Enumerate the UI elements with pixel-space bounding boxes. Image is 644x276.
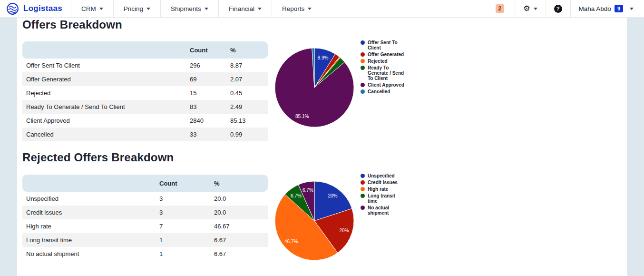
legend-swatch [361, 40, 365, 45]
table-header-count: Count [159, 180, 214, 187]
nav-item-label: Financial [229, 5, 254, 12]
page-gutter-left [0, 18, 17, 276]
table-header-row: Count% [22, 41, 268, 59]
row-percent: 6.67 [214, 250, 268, 257]
nav-item-pricing[interactable]: Pricing [113, 0, 160, 17]
row-percent: 20.0 [214, 209, 268, 216]
header-actions: 2 ⚙ ? Maha Abdo 9 [485, 0, 644, 17]
row-percent: 6.67 [214, 237, 268, 244]
brand-name: Logistaas [23, 4, 62, 13]
row-percent: 85.13 [230, 117, 268, 124]
row-label: No actual shipment [22, 250, 159, 257]
legend-swatch [361, 89, 365, 94]
pie-slice-label: 20% [328, 193, 337, 198]
chart-legend-rejected-offers-breakdown: UnspecifiedCredit issuesHigh rateLong tr… [361, 173, 406, 217]
table-row-cancelled: Cancelled330.99 [22, 128, 268, 141]
user-menu[interactable]: Maha Abdo 9 [570, 0, 644, 17]
breakdown-table-rejected-offers-breakdown: Count%Unspecified320.0Credit issues320.0… [22, 175, 268, 261]
help-button[interactable]: ? [546, 0, 570, 17]
main-nav: CRMPricingShipmentsFinancialReports [71, 0, 322, 17]
row-count: 3 [159, 195, 214, 202]
logo[interactable]: Logistaas [0, 0, 71, 17]
legend-item-offer-generated[interactable]: Offer Generated [361, 52, 406, 57]
nav-item-shipments[interactable]: Shipments [160, 0, 218, 17]
legend-swatch [361, 194, 365, 198]
nav-item-crm[interactable]: CRM [71, 0, 113, 17]
row-label: Long transit time [22, 237, 159, 244]
user-badge: 9 [615, 5, 623, 12]
row-count: 33 [190, 131, 230, 138]
legend-swatch [361, 59, 365, 63]
row-percent: 46.67 [214, 223, 268, 230]
legend-item-unspecified[interactable]: Unspecified [361, 173, 406, 178]
legend-label: Credit issues [368, 180, 398, 185]
legend-label: Ready To Generate / Send To Client [368, 65, 406, 81]
table-row-offer-sent-to-client: Offer Sent To Client2968.87 [22, 59, 268, 72]
table-row-long-transit-time: Long transit time16.67 [22, 233, 268, 247]
legend-swatch [361, 174, 365, 178]
nav-item-financial[interactable]: Financial [218, 0, 272, 17]
nav-item-label: Reports [282, 5, 304, 12]
legend-item-offer-sent-to-client[interactable]: Offer Sent To Client [361, 40, 406, 50]
row-percent: 0.99 [230, 131, 268, 138]
chevron-down-icon [205, 8, 208, 10]
table-row-unspecified: Unspecified320.0 [22, 192, 268, 206]
nav-item-label: Shipments [171, 5, 201, 12]
row-count: 296 [190, 62, 230, 69]
legend-label: Rejected [368, 59, 388, 64]
table-row-credit-issues: Credit issues320.0 [22, 206, 268, 219]
legend-item-credit-issues[interactable]: Credit issues [361, 180, 406, 185]
legend-item-client-approved[interactable]: Client Approved [361, 82, 406, 88]
legend-label: Long transit time [368, 193, 406, 204]
nav-item-reports[interactable]: Reports [272, 0, 322, 17]
legend-swatch [361, 66, 365, 70]
row-count: 69 [190, 76, 230, 83]
chevron-down-icon [146, 8, 150, 10]
chevron-down-icon [258, 8, 262, 10]
legend-swatch [361, 180, 365, 185]
legend-swatch [361, 206, 365, 210]
legend-swatch [361, 52, 365, 57]
row-label: Credit issues [22, 209, 159, 216]
row-label: Ready To Generate / Send To Client [22, 103, 190, 110]
pie-slice-label: 46.7% [284, 239, 298, 244]
legend-item-ready-to-generate-send-to-client[interactable]: Ready To Generate / Send To Client [361, 65, 406, 81]
legend-item-no-actual-shipment[interactable]: No actual shipment [361, 205, 406, 216]
notification-badge: 2 [496, 4, 505, 13]
table-header-row: Count% [22, 175, 268, 192]
table-row-ready-to-generate-send-to-client: Ready To Generate / Send To Client832.49 [22, 100, 268, 114]
row-label: Offer Sent To Client [22, 62, 190, 69]
legend-item-rejected[interactable]: Rejected [361, 59, 406, 64]
legend-label: No actual shipment [368, 205, 406, 216]
table-header-: % [214, 180, 268, 187]
row-label: Unspecified [22, 195, 159, 202]
page-body: Offers BreakdownCount%Offer Sent To Clie… [0, 18, 644, 276]
notification-button[interactable]: 2 [485, 0, 515, 17]
legend-item-long-transit-time[interactable]: Long transit time [361, 193, 406, 204]
settings-menu[interactable]: ⚙ [515, 0, 545, 17]
table-header-: % [230, 47, 268, 54]
row-label: Client Approved [22, 117, 190, 124]
legend-label: Unspecified [368, 173, 395, 178]
pie-slice-label: 20% [339, 228, 349, 233]
table-row-high-rate: High rate746.67 [22, 219, 268, 233]
legend-label: Cancelled [368, 89, 390, 94]
chevron-down-icon [308, 8, 312, 10]
legend-label: Client Approved [368, 82, 404, 88]
row-percent: 20.0 [214, 195, 268, 202]
legend-item-high-rate[interactable]: High rate [361, 187, 406, 192]
row-count: 7 [159, 223, 214, 230]
pie-slice-label: 6.7% [291, 193, 302, 198]
row-percent: 0.45 [230, 89, 268, 97]
app-header: Logistaas CRMPricingShipmentsFinancialRe… [0, 0, 644, 18]
legend-swatch [361, 187, 365, 191]
table-row-rejected: Rejected150.45 [22, 86, 268, 100]
row-count: 1 [159, 250, 214, 257]
breakdown-table-offers-breakdown: Count%Offer Sent To Client2968.87Offer G… [22, 41, 268, 141]
legend-label: Offer Sent To Client [368, 40, 406, 50]
row-count: 83 [190, 103, 230, 110]
pie-chart-offers-breakdown: 8.9%85.1% [267, 40, 362, 135]
legend-item-cancelled[interactable]: Cancelled [361, 89, 406, 94]
chevron-down-icon [534, 8, 537, 10]
row-percent: 8.87 [230, 62, 268, 69]
